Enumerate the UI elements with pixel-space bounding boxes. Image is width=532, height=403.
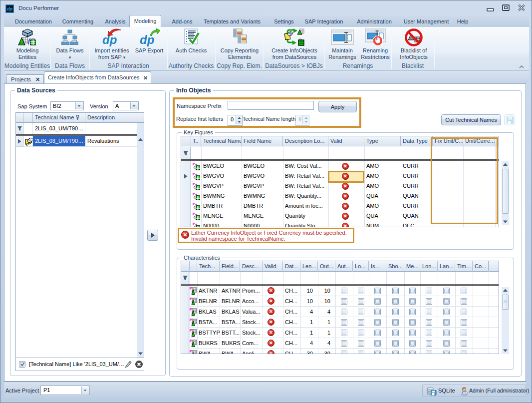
svg-text:dp: dp	[140, 33, 154, 46]
svg-text:dp: dp	[7, 6, 12, 11]
